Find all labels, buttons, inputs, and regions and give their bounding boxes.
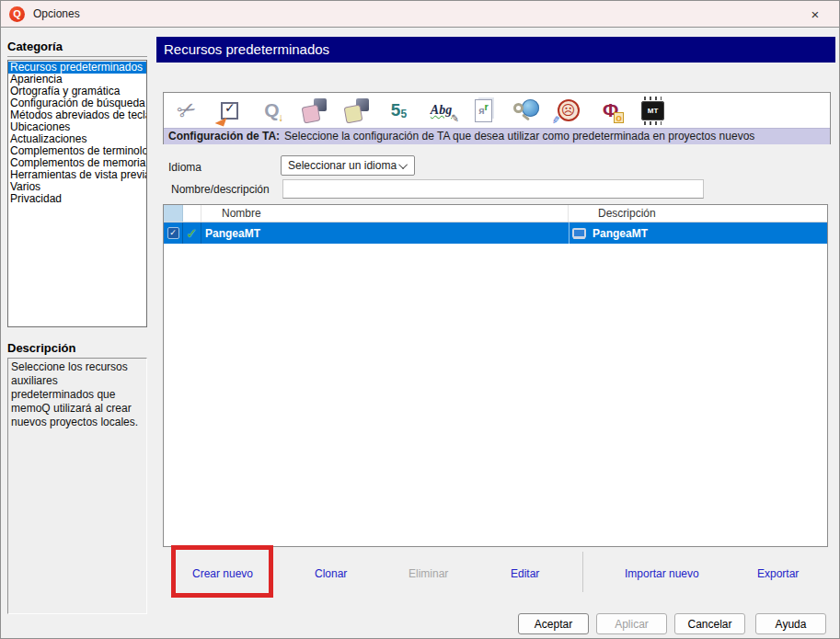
close-icon[interactable]: ×: [805, 5, 825, 23]
table-header-descripcion[interactable]: Descripción: [569, 205, 827, 222]
cancelar-button[interactable]: Cancelar: [674, 613, 745, 634]
auto-translation-rules-icon[interactable]: ✓: [211, 95, 248, 126]
segmentation-rules-icon[interactable]: ✂: [168, 95, 206, 126]
aceptar-button[interactable]: Aceptar: [518, 613, 589, 634]
category-listbox: Recursos predeterminados Apariencia Orto…: [7, 60, 147, 327]
category-item-apariencia[interactable]: Apariencia: [8, 74, 146, 86]
description-text: Seleccione los recursos auxiliares prede…: [7, 358, 147, 614]
category-item-busqueda-avanzada[interactable]: Configuración de búsqueda avanzada: [8, 97, 146, 109]
red-highlight-annotation: [171, 545, 273, 598]
window-title: Opciones: [33, 7, 80, 20]
language-dropdown-value: Seleccionar un idioma: [288, 159, 397, 172]
ta-config-banner-title: Configuración de TA:: [168, 130, 280, 143]
titlebar: Q Opciones ×: [0, 0, 840, 28]
ta-config-banner-text: Seleccione la configuración de TA que de…: [284, 130, 754, 143]
ta-config-banner: Configuración de TA:Seleccione la config…: [164, 128, 830, 144]
description-label: Descripción: [7, 341, 147, 359]
row-checkbox[interactable]: ✓: [167, 227, 179, 239]
resource-toolbar: ✂ ✓ Q ↓ 5 5 Abg ✐: [163, 92, 831, 144]
category-item-complementos-terminologia[interactable]: Complementos de terminología: [8, 145, 146, 157]
memoq-logo-icon: Q: [9, 6, 25, 22]
chevron-down-icon: [398, 160, 408, 169]
table-header-nombre[interactable]: Nombre: [201, 205, 569, 222]
category-item-ortografia[interactable]: Ortografía y gramática: [8, 86, 146, 97]
resource-icons-row: ✂ ✓ Q ↓ 5 5 Abg ✐: [164, 93, 830, 128]
aplicar-button: Aplicar: [596, 613, 667, 634]
importar-nuevo-link[interactable]: Importar nuevo: [625, 567, 699, 580]
category-label: Categoría: [7, 40, 147, 57]
clonar-link[interactable]: Clonar: [315, 567, 347, 580]
category-item-ubicaciones[interactable]: Ubicaciones: [8, 121, 146, 133]
category-item-recursos-predeterminados[interactable]: Recursos predeterminados: [8, 62, 146, 74]
number-formats-icon[interactable]: 5 5: [380, 95, 418, 126]
row-name: PangeaMT: [201, 227, 569, 240]
web-search-settings-icon[interactable]: [507, 95, 545, 126]
magnifier-icon: [513, 103, 524, 113]
category-item-metodos-abreviados[interactable]: Métodos abreviados de teclado: [8, 109, 146, 121]
row-description: PangeaMT: [593, 227, 648, 240]
language-dropdown[interactable]: Seleccionar un idioma: [281, 155, 415, 176]
editar-link[interactable]: Editar: [511, 567, 539, 580]
default-check-icon: ✓: [186, 225, 198, 242]
category-item-varios[interactable]: Varios: [8, 181, 146, 193]
table-header-checkbox-col[interactable]: [164, 205, 183, 222]
category-item-privacidad[interactable]: Privacidad: [8, 193, 146, 205]
table-header-status-col[interactable]: [183, 205, 201, 222]
ignore-lists-icon[interactable]: Q ↓: [253, 95, 291, 126]
options-dialog: Q Opciones × Categoría Recursos predeter…: [0, 0, 840, 639]
qa-settings-icon[interactable]: ☹ ✎: [549, 95, 587, 126]
category-item-complementos-memoria[interactable]: Complementos de memoria: [8, 157, 146, 169]
resources-table: Nombre Descripción ✓ ✓ PangeaMT PangeaMT: [163, 204, 828, 547]
table-row[interactable]: ✓ ✓ PangeaMT PangeaMT: [164, 223, 827, 244]
local-resource-icon: [572, 228, 586, 238]
export-rules-icon[interactable]: я r: [465, 95, 502, 126]
language-label: Idioma: [168, 161, 201, 174]
ayuda-button[interactable]: Ayuda: [755, 613, 826, 634]
livedocs-settings-icon[interactable]: [338, 95, 375, 126]
page-title: Recursos predeterminados: [156, 37, 835, 63]
category-item-vista-previa[interactable]: Herramientas de vista previa externa: [8, 169, 146, 181]
mt-settings-icon[interactable]: MT: [634, 95, 672, 126]
exportar-link[interactable]: Exportar: [757, 567, 799, 580]
name-filter-label: Nombre/descripción: [171, 183, 270, 196]
actions-divider: [582, 552, 583, 592]
category-item-actualizaciones[interactable]: Actualizaciones: [8, 133, 146, 145]
eliminar-link: Eliminar: [408, 567, 448, 580]
autocorrect-icon[interactable]: Abg ✐: [422, 95, 460, 126]
font-substitution-icon[interactable]: Φ o: [592, 95, 629, 126]
name-filter-input[interactable]: [282, 179, 704, 199]
tm-settings-icon[interactable]: [295, 95, 333, 126]
table-header-row: Nombre Descripción: [164, 205, 827, 223]
